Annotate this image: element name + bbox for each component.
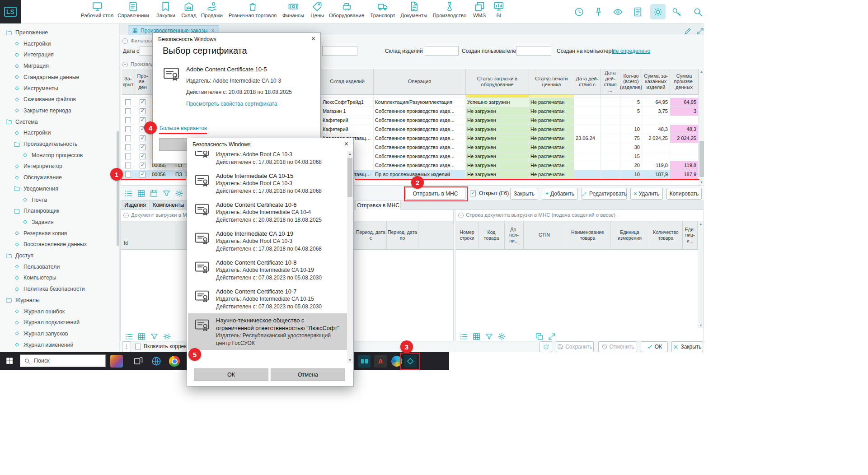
column-header[interactable]: Единица измерения bbox=[610, 221, 649, 249]
checkbox-posted[interactable] bbox=[140, 135, 145, 141]
column-header[interactable]: Статус загрузки в оборудование bbox=[466, 69, 529, 94]
sidebar-item[interactable]: Восстановление данных bbox=[14, 239, 87, 250]
column-header[interactable]: Про-ве-ден bbox=[135, 69, 150, 94]
pin-button[interactable] bbox=[591, 4, 606, 19]
sidebar-item[interactable]: Приложение bbox=[5, 27, 48, 38]
date-to-input[interactable] bbox=[322, 46, 357, 56]
certificate-item[interactable]: Adobe Content Certificate 10-7Издатель: … bbox=[188, 284, 347, 313]
close-button[interactable]: Закрыть bbox=[671, 341, 703, 352]
column-header[interactable]: GTIN bbox=[524, 221, 565, 249]
expand-icon[interactable] bbox=[546, 331, 557, 342]
column-header[interactable]: Id bbox=[121, 221, 175, 249]
scroll-up-icon[interactable]: ▲ bbox=[347, 152, 353, 155]
sidebar-item[interactable]: Настройки bbox=[14, 38, 51, 49]
collapse-panel-icon[interactable]: − bbox=[123, 213, 129, 218]
sidebar-item[interactable]: Журнал изменений bbox=[14, 340, 73, 350]
top-menu-item[interactable]: Цены bbox=[310, 1, 324, 18]
checkbox-posted[interactable] bbox=[140, 144, 145, 150]
edit-button[interactable]: Редактировать bbox=[582, 188, 627, 200]
scroll-down-icon[interactable]: ▼ bbox=[698, 324, 704, 327]
checkbox-posted[interactable] bbox=[140, 117, 145, 123]
checkbox-closed[interactable] bbox=[125, 163, 131, 168]
checkbox-closed[interactable] bbox=[125, 99, 131, 105]
gear-icon[interactable] bbox=[174, 188, 184, 199]
checkbox-closed[interactable] bbox=[125, 117, 131, 123]
top-menu-item[interactable]: Оборудование bbox=[329, 1, 364, 18]
top-menu-item[interactable]: Продажи bbox=[201, 1, 223, 18]
column-header[interactable]: Сумма произве-денных bbox=[670, 69, 699, 94]
filter-icon[interactable] bbox=[483, 331, 494, 342]
globe-icon[interactable] bbox=[150, 355, 163, 368]
sidebar-item[interactable]: Компьютеры bbox=[14, 272, 56, 283]
list-icon[interactable] bbox=[123, 188, 134, 199]
column-header[interactable]: Статус печати ценника bbox=[529, 69, 574, 94]
sidebar-item[interactable]: Миграция bbox=[14, 61, 49, 71]
sidebar-item[interactable]: Инструменты bbox=[14, 83, 58, 94]
close-icon[interactable]: × bbox=[311, 35, 315, 43]
sidebar-scrollbar[interactable] bbox=[117, 131, 119, 246]
expand-icon[interactable] bbox=[696, 27, 704, 35]
photos-icon[interactable] bbox=[110, 355, 123, 368]
column-header[interactable]: Период, дата с bbox=[355, 221, 387, 249]
list-icon[interactable] bbox=[458, 331, 469, 342]
scroll-up-icon[interactable]: ▲ bbox=[698, 222, 704, 225]
top-menu-item[interactable]: Закупки bbox=[156, 1, 175, 18]
ok-button[interactable]: ОК bbox=[641, 341, 668, 352]
sidebar-item[interactable]: Задания bbox=[22, 217, 54, 228]
delete-button[interactable]: ×Удалить bbox=[630, 188, 663, 200]
sidebar-item[interactable]: Резервная копия bbox=[14, 228, 67, 239]
checkbox-posted[interactable] bbox=[140, 108, 145, 114]
ok-button[interactable]: ОК bbox=[194, 368, 268, 381]
list-icon[interactable] bbox=[123, 331, 134, 342]
checkbox-closed[interactable] bbox=[125, 108, 131, 114]
column-header[interactable]: Склад изделий bbox=[321, 69, 374, 94]
scroll-thumb[interactable] bbox=[699, 141, 704, 177]
chrome-icon[interactable] bbox=[168, 355, 181, 368]
sidebar-item[interactable]: Политика безопасности bbox=[14, 284, 85, 294]
column-header[interactable]: Дата дей-ствия с bbox=[574, 69, 601, 94]
top-menu-item[interactable]: Финансы bbox=[282, 1, 304, 18]
gear-icon[interactable] bbox=[496, 331, 507, 342]
top-menu-item[interactable]: BI bbox=[493, 1, 505, 18]
refresh-button[interactable] bbox=[540, 341, 552, 352]
dialog-scrollbar[interactable]: ▲ ▼ bbox=[347, 151, 353, 363]
filter-icon[interactable] bbox=[149, 331, 160, 342]
column-header[interactable]: До-пол-ни... bbox=[505, 221, 524, 249]
checkbox-closed[interactable] bbox=[125, 154, 131, 159]
copy-button[interactable]: Копировать bbox=[666, 188, 702, 200]
certificate-item[interactable]: Издатель: Adobe Root CA 10-3Действителен… bbox=[188, 151, 347, 169]
column-header[interactable]: Операция bbox=[374, 69, 466, 94]
column-header[interactable]: Код товара bbox=[479, 221, 505, 249]
column-header[interactable]: Кол-во (всего) (изделие) bbox=[620, 69, 642, 94]
filter-icon[interactable] bbox=[161, 188, 172, 199]
checkbox-posted[interactable] bbox=[140, 163, 145, 168]
sidebar-item[interactable]: Планировщик bbox=[14, 205, 59, 216]
bottom-tab[interactable]: Изделия bbox=[122, 200, 148, 210]
certificate-item[interactable]: Adobe Intermediate CA 10-19Издатель: Ado… bbox=[188, 227, 347, 256]
close-icon[interactable]: × bbox=[344, 140, 348, 148]
correction-checkbox[interactable] bbox=[135, 344, 141, 349]
column-header[interactable]: Номер строки bbox=[456, 221, 479, 249]
checkbox-closed[interactable] bbox=[125, 126, 131, 132]
certificate-item[interactable]: Adobe Intermediate CA 10-15Издатель: Ado… bbox=[188, 169, 347, 198]
grid-icon[interactable] bbox=[136, 331, 147, 342]
created-user-input[interactable] bbox=[516, 46, 551, 56]
sidebar-item[interactable]: Монитор процессов bbox=[22, 150, 83, 161]
collapse-panel-icon[interactable]: − bbox=[458, 213, 464, 218]
sidebar-item[interactable]: Интерпретатор bbox=[14, 161, 62, 172]
taskbar-search[interactable]: Поиск bbox=[20, 354, 106, 367]
column-header[interactable]: Период, дата по bbox=[387, 221, 418, 249]
sidebar-item[interactable]: Журналы bbox=[5, 295, 40, 306]
scroll-up-icon[interactable]: ▲ bbox=[699, 70, 704, 73]
checkbox-closed[interactable] bbox=[125, 135, 131, 141]
app-logo[interactable]: LS bbox=[0, 0, 21, 23]
checkbox-closed[interactable] bbox=[125, 144, 131, 150]
add-button[interactable]: +Добавить bbox=[542, 188, 578, 200]
column-header[interactable]: Еди-ниц-и... bbox=[683, 221, 698, 249]
sidebar-item[interactable]: Журнал подключений bbox=[14, 317, 80, 328]
top-menu-item[interactable]: Рабочий стол bbox=[81, 1, 113, 18]
sidebar-item[interactable]: Система bbox=[5, 116, 38, 127]
sidebar-item[interactable]: Стандартные данные bbox=[14, 72, 79, 83]
sidebar-item[interactable]: Настройки bbox=[14, 127, 51, 138]
column-header[interactable] bbox=[418, 221, 453, 249]
